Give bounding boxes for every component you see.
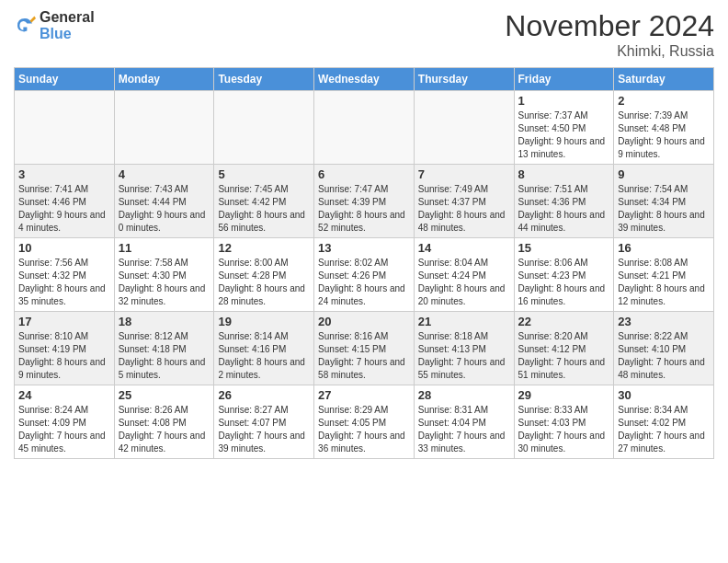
header: General Blue November 2024 Khimki, Russi… bbox=[14, 9, 714, 60]
day-info: Sunrise: 7:56 AM Sunset: 4:32 PM Dayligh… bbox=[18, 257, 110, 308]
table-row: 19Sunrise: 8:14 AM Sunset: 4:16 PM Dayli… bbox=[214, 312, 314, 385]
table-row: 22Sunrise: 8:20 AM Sunset: 4:12 PM Dayli… bbox=[514, 312, 614, 385]
day-info: Sunrise: 8:08 AM Sunset: 4:21 PM Dayligh… bbox=[618, 257, 710, 308]
day-info: Sunrise: 8:22 AM Sunset: 4:10 PM Dayligh… bbox=[618, 330, 710, 382]
table-row: 10Sunrise: 7:56 AM Sunset: 4:32 PM Dayli… bbox=[15, 238, 115, 312]
col-tuesday: Tuesday bbox=[214, 68, 314, 91]
table-row: 3Sunrise: 7:41 AM Sunset: 4:46 PM Daylig… bbox=[15, 165, 115, 238]
day-number: 6 bbox=[318, 167, 410, 181]
table-row: 13Sunrise: 8:02 AM Sunset: 4:26 PM Dayli… bbox=[314, 238, 415, 312]
day-info: Sunrise: 8:00 AM Sunset: 4:28 PM Dayligh… bbox=[218, 257, 310, 308]
day-number: 28 bbox=[418, 388, 510, 402]
table-row: 25Sunrise: 8:26 AM Sunset: 4:08 PM Dayli… bbox=[114, 385, 214, 459]
col-saturday: Saturday bbox=[614, 68, 714, 91]
day-info: Sunrise: 7:54 AM Sunset: 4:34 PM Dayligh… bbox=[618, 183, 710, 235]
day-number: 20 bbox=[318, 315, 410, 328]
day-info: Sunrise: 8:06 AM Sunset: 4:23 PM Dayligh… bbox=[518, 257, 610, 308]
calendar-week-1: 1Sunrise: 7:37 AM Sunset: 4:50 PM Daylig… bbox=[15, 91, 714, 165]
day-info: Sunrise: 7:37 AM Sunset: 4:50 PM Dayligh… bbox=[518, 109, 610, 161]
logo-text: General Blue bbox=[40, 9, 95, 42]
day-number: 3 bbox=[18, 167, 110, 181]
day-number: 14 bbox=[418, 241, 510, 255]
day-info: Sunrise: 7:43 AM Sunset: 4:44 PM Dayligh… bbox=[119, 183, 210, 235]
calendar-week-4: 17Sunrise: 8:10 AM Sunset: 4:19 PM Dayli… bbox=[15, 312, 714, 385]
table-row: 8Sunrise: 7:51 AM Sunset: 4:36 PM Daylig… bbox=[514, 165, 614, 238]
table-row: 1Sunrise: 7:37 AM Sunset: 4:50 PM Daylig… bbox=[514, 91, 614, 165]
day-info: Sunrise: 8:16 AM Sunset: 4:15 PM Dayligh… bbox=[318, 330, 410, 382]
day-number: 22 bbox=[518, 315, 610, 328]
calendar-table: Sunday Monday Tuesday Wednesday Thursday… bbox=[14, 67, 714, 459]
day-number: 11 bbox=[119, 241, 210, 255]
logo-general-text: General bbox=[40, 9, 95, 26]
page-container: General Blue November 2024 Khimki, Russi… bbox=[0, 0, 728, 468]
day-info: Sunrise: 7:49 AM Sunset: 4:37 PM Dayligh… bbox=[418, 183, 510, 235]
table-row: 9Sunrise: 7:54 AM Sunset: 4:34 PM Daylig… bbox=[614, 165, 714, 238]
day-info: Sunrise: 8:12 AM Sunset: 4:18 PM Dayligh… bbox=[119, 330, 210, 382]
month-title: November 2024 bbox=[505, 9, 714, 43]
table-row: 20Sunrise: 8:16 AM Sunset: 4:15 PM Dayli… bbox=[314, 312, 415, 385]
day-info: Sunrise: 8:33 AM Sunset: 4:03 PM Dayligh… bbox=[518, 404, 610, 455]
day-info: Sunrise: 8:26 AM Sunset: 4:08 PM Dayligh… bbox=[119, 404, 210, 455]
day-number: 23 bbox=[618, 315, 710, 328]
day-info: Sunrise: 7:51 AM Sunset: 4:36 PM Dayligh… bbox=[518, 183, 610, 235]
table-row: 11Sunrise: 7:58 AM Sunset: 4:30 PM Dayli… bbox=[114, 238, 214, 312]
day-info: Sunrise: 8:18 AM Sunset: 4:13 PM Dayligh… bbox=[418, 330, 510, 382]
day-info: Sunrise: 7:45 AM Sunset: 4:42 PM Dayligh… bbox=[218, 183, 310, 235]
calendar-week-5: 24Sunrise: 8:24 AM Sunset: 4:09 PM Dayli… bbox=[15, 385, 714, 459]
day-info: Sunrise: 8:24 AM Sunset: 4:09 PM Dayligh… bbox=[18, 404, 110, 455]
day-info: Sunrise: 8:14 AM Sunset: 4:16 PM Dayligh… bbox=[218, 330, 310, 382]
day-number: 1 bbox=[518, 94, 610, 108]
day-info: Sunrise: 8:20 AM Sunset: 4:12 PM Dayligh… bbox=[518, 330, 610, 382]
day-number: 4 bbox=[119, 167, 210, 181]
calendar-header-row: Sunday Monday Tuesday Wednesday Thursday… bbox=[15, 68, 714, 91]
table-row: 23Sunrise: 8:22 AM Sunset: 4:10 PM Dayli… bbox=[614, 312, 714, 385]
table-row: 4Sunrise: 7:43 AM Sunset: 4:44 PM Daylig… bbox=[114, 165, 214, 238]
day-number: 15 bbox=[518, 241, 610, 255]
day-number: 2 bbox=[618, 94, 710, 108]
table-row: 6Sunrise: 7:47 AM Sunset: 4:39 PM Daylig… bbox=[314, 165, 415, 238]
location: Khimki, Russia bbox=[505, 43, 714, 60]
table-row: 12Sunrise: 8:00 AM Sunset: 4:28 PM Dayli… bbox=[214, 238, 314, 312]
table-row: 30Sunrise: 8:34 AM Sunset: 4:02 PM Dayli… bbox=[614, 385, 714, 459]
table-row: 2Sunrise: 7:39 AM Sunset: 4:48 PM Daylig… bbox=[614, 91, 714, 165]
table-row: 27Sunrise: 8:29 AM Sunset: 4:05 PM Dayli… bbox=[314, 385, 415, 459]
col-thursday: Thursday bbox=[414, 68, 514, 91]
day-number: 16 bbox=[618, 241, 710, 255]
day-number: 7 bbox=[418, 167, 510, 181]
logo-icon bbox=[14, 15, 36, 37]
day-info: Sunrise: 7:39 AM Sunset: 4:48 PM Dayligh… bbox=[618, 109, 710, 161]
day-number: 8 bbox=[518, 167, 610, 181]
logo-blue-text: Blue bbox=[40, 26, 95, 42]
col-monday: Monday bbox=[114, 68, 214, 91]
col-friday: Friday bbox=[514, 68, 614, 91]
day-info: Sunrise: 8:31 AM Sunset: 4:04 PM Dayligh… bbox=[418, 404, 510, 455]
day-number: 26 bbox=[218, 388, 310, 402]
day-info: Sunrise: 7:41 AM Sunset: 4:46 PM Dayligh… bbox=[18, 183, 110, 235]
table-row bbox=[314, 91, 415, 165]
table-row: 7Sunrise: 7:49 AM Sunset: 4:37 PM Daylig… bbox=[414, 165, 514, 238]
table-row: 18Sunrise: 8:12 AM Sunset: 4:18 PM Dayli… bbox=[114, 312, 214, 385]
day-number: 5 bbox=[218, 167, 310, 181]
day-info: Sunrise: 8:27 AM Sunset: 4:07 PM Dayligh… bbox=[218, 404, 310, 455]
day-number: 10 bbox=[18, 241, 110, 255]
calendar-week-2: 3Sunrise: 7:41 AM Sunset: 4:46 PM Daylig… bbox=[15, 165, 714, 238]
day-number: 21 bbox=[418, 315, 510, 328]
day-number: 9 bbox=[618, 167, 710, 181]
table-row: 29Sunrise: 8:33 AM Sunset: 4:03 PM Dayli… bbox=[514, 385, 614, 459]
day-number: 19 bbox=[218, 315, 310, 328]
day-number: 13 bbox=[318, 241, 410, 255]
table-row: 16Sunrise: 8:08 AM Sunset: 4:21 PM Dayli… bbox=[614, 238, 714, 312]
day-number: 17 bbox=[18, 315, 110, 328]
table-row bbox=[15, 91, 115, 165]
col-wednesday: Wednesday bbox=[314, 68, 415, 91]
table-row bbox=[414, 91, 514, 165]
logo: General Blue bbox=[14, 9, 95, 42]
table-row: 17Sunrise: 8:10 AM Sunset: 4:19 PM Dayli… bbox=[15, 312, 115, 385]
table-row bbox=[214, 91, 314, 165]
day-number: 27 bbox=[318, 388, 410, 402]
day-number: 24 bbox=[18, 388, 110, 402]
day-info: Sunrise: 7:58 AM Sunset: 4:30 PM Dayligh… bbox=[119, 257, 210, 308]
table-row: 15Sunrise: 8:06 AM Sunset: 4:23 PM Dayli… bbox=[514, 238, 614, 312]
table-row: 5Sunrise: 7:45 AM Sunset: 4:42 PM Daylig… bbox=[214, 165, 314, 238]
day-number: 12 bbox=[218, 241, 310, 255]
